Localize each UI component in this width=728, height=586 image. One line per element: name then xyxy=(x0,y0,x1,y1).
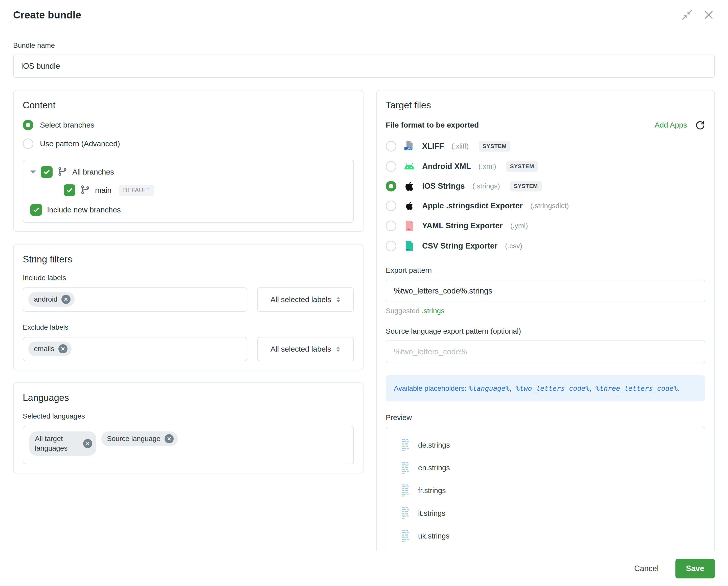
close-icon[interactable] xyxy=(703,9,715,21)
dialog-header: Create bundle xyxy=(0,0,728,30)
format-row-ios-strings[interactable]: iOS Strings (.strings) SYSTEM xyxy=(386,181,705,191)
strings-file-icon xyxy=(401,483,411,498)
exclude-labels-dropdown[interactable]: All selected labels xyxy=(257,337,354,361)
refresh-icon[interactable] xyxy=(695,120,705,130)
radio-icon[interactable] xyxy=(23,138,33,149)
xliff-file-icon: XLIFF xyxy=(403,140,416,152)
placeholder-code: %language% xyxy=(469,384,509,392)
tree-row-include-new: Include new branches xyxy=(30,204,346,216)
radio-icon[interactable] xyxy=(23,120,33,130)
languages-heading: Languages xyxy=(23,393,354,403)
branch-tree: All branches xyxy=(23,160,354,223)
strings-file-icon xyxy=(401,438,411,452)
system-badge: SYSTEM xyxy=(510,181,542,191)
radio-icon[interactable] xyxy=(386,220,396,231)
content-card: Content Select branches Use pattern (Adv… xyxy=(13,90,363,232)
checkbox-include-new-branches[interactable] xyxy=(30,204,42,216)
dialog-footer: Cancel Save xyxy=(0,551,728,586)
dialog-title: Create bundle xyxy=(13,9,81,21)
radio-icon[interactable] xyxy=(386,161,396,172)
collapse-icon[interactable] xyxy=(681,9,693,21)
format-row-csv[interactable]: csv CSV String Exporter (.csv) xyxy=(386,240,705,251)
include-labels-input[interactable]: android xyxy=(23,288,247,312)
strings-file-icon xyxy=(401,461,411,475)
tree-row-all-branches: All branches xyxy=(30,166,346,178)
target-files-heading: Target files xyxy=(386,100,705,111)
radio-icon[interactable] xyxy=(386,141,396,152)
content-heading: Content xyxy=(23,100,354,111)
language-chip-source: Source language xyxy=(101,431,178,446)
radio-icon[interactable] xyxy=(386,181,396,191)
caret-down-icon[interactable] xyxy=(30,170,36,174)
string-filters-heading: String filters xyxy=(23,254,354,265)
system-badge: SYSTEM xyxy=(479,141,510,152)
svg-text:XLIFF: XLIFF xyxy=(405,147,412,150)
create-bundle-dialog: Create bundle xyxy=(0,0,728,586)
preview-file-row: de.strings xyxy=(401,438,705,452)
selected-languages-input[interactable]: All target languages Source language xyxy=(23,426,354,464)
radio-icon[interactable] xyxy=(386,241,396,251)
include-labels-label: Include labels xyxy=(23,274,354,282)
bundle-name-input[interactable] xyxy=(13,55,715,78)
preview-file-row: uk.strings xyxy=(401,529,705,543)
string-filters-card: String filters Include labels android xyxy=(13,244,363,370)
source-pattern-label: Source language export pattern (optional… xyxy=(386,327,705,336)
format-row-stringsdict[interactable]: Apple .stringsdict Exporter (.stringsdic… xyxy=(386,201,705,211)
radio-icon[interactable] xyxy=(386,201,396,211)
svg-text:YML: YML xyxy=(406,228,411,231)
label-chip-emails: emails xyxy=(28,342,72,356)
selected-languages-label: Selected languages xyxy=(23,412,354,420)
main-branch-label: main xyxy=(95,186,111,194)
sort-arrows-icon xyxy=(336,346,341,352)
yaml-file-icon: YML xyxy=(403,220,416,231)
file-format-label: File format to be exported xyxy=(386,121,479,129)
include-new-branches-label: Include new branches xyxy=(47,206,121,214)
placeholder-code: %three_letters_code% xyxy=(596,384,678,392)
radio-use-pattern[interactable]: Use pattern (Advanced) xyxy=(23,138,354,149)
remove-chip-icon[interactable] xyxy=(83,439,92,448)
remove-chip-icon[interactable] xyxy=(58,344,68,353)
svg-text:csv: csv xyxy=(406,248,409,251)
export-pattern-input[interactable] xyxy=(386,279,705,302)
include-labels-dropdown[interactable]: All selected labels xyxy=(257,288,354,312)
format-row-yaml[interactable]: YML YAML String Exporter (.yml) xyxy=(386,220,705,231)
preview-label: Preview xyxy=(386,414,705,422)
git-branch-icon xyxy=(80,185,90,195)
preview-list: de.strings en.strings xyxy=(386,427,705,551)
csv-file-icon: csv xyxy=(403,240,416,251)
apple-icon xyxy=(403,201,416,210)
exclude-labels-input[interactable]: emails xyxy=(23,337,247,361)
android-icon xyxy=(403,163,416,170)
checkbox-all-branches[interactable] xyxy=(41,166,53,178)
strings-file-icon xyxy=(401,506,411,520)
suggested-label: Suggested xyxy=(386,307,420,315)
save-button[interactable]: Save xyxy=(675,559,715,579)
tree-row-main: main DEFAULT xyxy=(64,184,346,196)
languages-card: Languages Selected languages All target … xyxy=(13,382,363,473)
apple-icon xyxy=(403,181,416,191)
language-chip-all-target: All target languages xyxy=(29,431,96,456)
cancel-button[interactable]: Cancel xyxy=(633,564,660,574)
suggested-strings-link[interactable]: .strings xyxy=(422,307,444,315)
target-files-card: Target files File format to be exported … xyxy=(376,90,715,551)
system-badge: SYSTEM xyxy=(506,161,538,172)
default-badge: DEFAULT xyxy=(119,185,154,196)
export-pattern-label: Export pattern xyxy=(386,266,705,274)
bundle-name-field: Bundle name xyxy=(13,42,715,78)
format-row-xliff[interactable]: XLIFF XLIFF (.xliff) SYSTEM xyxy=(386,140,705,152)
label-chip-android: android xyxy=(28,292,75,307)
sort-arrows-icon xyxy=(336,296,341,303)
remove-chip-icon[interactable] xyxy=(61,295,71,304)
source-pattern-input[interactable] xyxy=(386,341,705,363)
radio-select-branches[interactable]: Select branches xyxy=(23,120,354,130)
add-apps-link[interactable]: Add Apps xyxy=(655,121,687,129)
strings-file-icon xyxy=(401,529,411,543)
placeholder-code: %two_letters_code% xyxy=(516,384,589,392)
exclude-labels-label: Exclude labels xyxy=(23,323,354,331)
checkbox-main-branch[interactable] xyxy=(64,184,75,196)
bundle-name-label: Bundle name xyxy=(13,42,715,50)
remove-chip-icon[interactable] xyxy=(165,434,174,443)
preview-file-row: fr.strings xyxy=(401,483,705,498)
format-row-android-xml[interactable]: Android XML (.xml) SYSTEM xyxy=(386,161,705,172)
all-branches-label: All branches xyxy=(72,168,114,176)
